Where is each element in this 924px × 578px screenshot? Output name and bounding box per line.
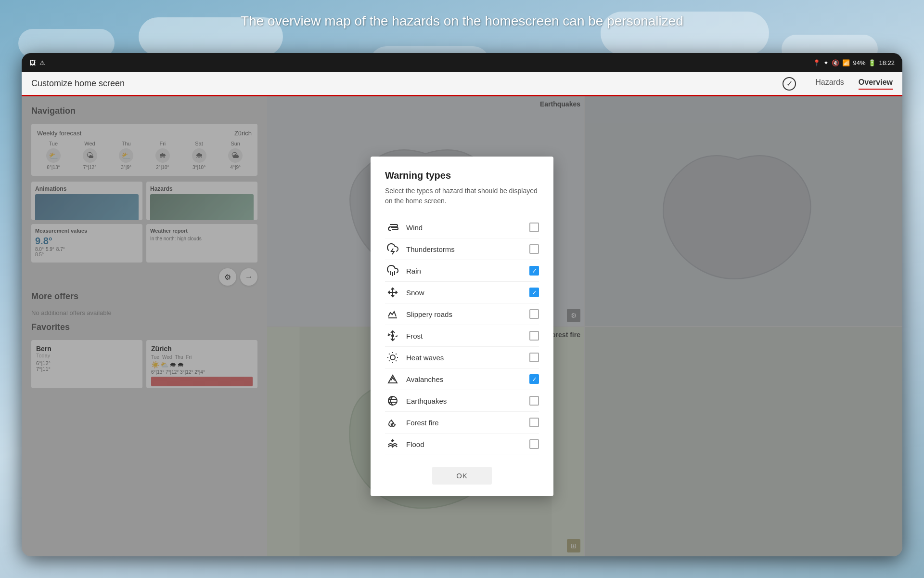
frost-icon — [385, 328, 400, 343]
earthquakes-checkbox[interactable] — [529, 396, 539, 406]
rain-icon — [385, 263, 400, 278]
tab-overview[interactable]: Overview — [859, 78, 893, 90]
heat-waves-checkbox[interactable] — [529, 353, 539, 362]
earthquakes-label: Earthquakes — [406, 397, 524, 405]
heat-waves-icon — [385, 350, 400, 365]
status-bar: 🖼 ⚠ 📍 ✦ 🔇 📶 94% 🔋 18:22 — [22, 53, 902, 72]
dialog-footer: OK — [385, 467, 539, 485]
forest-fire-checkbox[interactable] — [529, 418, 539, 427]
flood-icon — [385, 436, 400, 452]
slippery-roads-icon — [385, 306, 400, 322]
snow-label: Snow — [406, 289, 524, 297]
warning-item-heat-waves: Heat waves — [385, 347, 539, 368]
dialog-title: Warning types — [385, 170, 539, 181]
wind-icon — [385, 220, 400, 235]
status-right-info: 📍 ✦ 🔇 📶 94% 🔋 18:22 — [813, 59, 895, 66]
warning-item-snow: Snow ✓ — [385, 282, 539, 303]
warning-item-forest-fire: Forest fire — [385, 412, 539, 434]
dialog-description: Select the types of hazard that should b… — [385, 186, 539, 206]
warning-item-flood: Flood — [385, 434, 539, 455]
page-title: The overview map of the hazards on the h… — [0, 13, 924, 29]
flood-label: Flood — [406, 440, 524, 448]
slippery-roads-label: Slippery roads — [406, 310, 524, 318]
location-icon: 📍 — [813, 59, 821, 66]
svg-line-16 — [396, 360, 396, 361]
warning-item-frost: Frost — [385, 325, 539, 347]
snow-icon — [385, 285, 400, 300]
avalanches-checkbox[interactable]: ✓ — [529, 374, 539, 384]
bluetooth-icon: ✦ — [823, 59, 829, 66]
warning-item-earthquakes: Earthquakes — [385, 390, 539, 412]
confirm-icon[interactable]: ✓ — [783, 77, 796, 91]
mute-icon: 🔇 — [832, 59, 839, 66]
rain-label: Rain — [406, 267, 524, 275]
dialog-overlay: Warning types Select the types of hazard… — [22, 96, 902, 556]
warning-item-avalanches: Avalanches ✓ — [385, 368, 539, 390]
snow-checkbox[interactable]: ✓ — [529, 288, 539, 297]
wind-checkbox[interactable] — [529, 223, 539, 232]
warning-item-slippery-roads: Slippery roads — [385, 303, 539, 325]
wind-label: Wind — [406, 223, 524, 232]
thunderstorms-label: Thunderstorms — [406, 245, 524, 253]
warning-item-thunderstorms: Thunderstorms — [385, 238, 539, 260]
svg-line-15 — [389, 354, 389, 354]
app-container: Customize home screen ✓ Hazards Overview… — [22, 72, 902, 556]
thunderstorms-checkbox[interactable] — [529, 244, 539, 254]
svg-line-19 — [389, 360, 389, 361]
frost-checkbox[interactable] — [529, 331, 539, 341]
svg-point-11 — [392, 335, 394, 337]
wifi-icon: 📶 — [842, 59, 850, 66]
battery-icon: 🔋 — [868, 59, 876, 66]
svg-point-12 — [390, 355, 395, 360]
tab-bar: Hazards Overview — [815, 78, 893, 90]
tab-hazards[interactable]: Hazards — [815, 78, 844, 90]
avalanches-icon — [385, 371, 400, 387]
alert-status-icon: ⚠ — [39, 59, 45, 66]
forest-fire-icon — [385, 415, 400, 430]
warning-item-wind: Wind — [385, 217, 539, 238]
svg-line-20 — [396, 354, 396, 354]
image-status-icon: 🖼 — [29, 59, 36, 66]
rain-checkbox[interactable]: ✓ — [529, 266, 539, 276]
ok-button[interactable]: OK — [432, 467, 492, 485]
flood-checkbox[interactable] — [529, 439, 539, 449]
slippery-roads-checkbox[interactable] — [529, 309, 539, 319]
app-header: Customize home screen ✓ Hazards Overview — [22, 72, 902, 96]
avalanches-label: Avalanches — [406, 375, 524, 383]
warning-types-dialog: Warning types Select the types of hazard… — [371, 157, 553, 496]
clock: 18:22 — [879, 59, 895, 66]
app-title: Customize home screen — [31, 79, 773, 89]
heat-waves-label: Heat waves — [406, 354, 524, 362]
forest-fire-label: Forest fire — [406, 419, 524, 427]
main-content: Navigation Weekly forecast Zürich Tue ⛅ … — [22, 96, 902, 556]
frost-label: Frost — [406, 332, 524, 340]
battery-percent: 94% — [853, 59, 865, 66]
thunderstorms-icon — [385, 241, 400, 257]
earthquakes-icon — [385, 393, 400, 408]
warning-item-rain: Rain ✓ — [385, 260, 539, 282]
status-left-icons: 🖼 ⚠ — [29, 59, 45, 66]
device-frame: 🖼 ⚠ 📍 ✦ 🔇 📶 94% 🔋 18:22 Customize home s… — [22, 53, 902, 556]
